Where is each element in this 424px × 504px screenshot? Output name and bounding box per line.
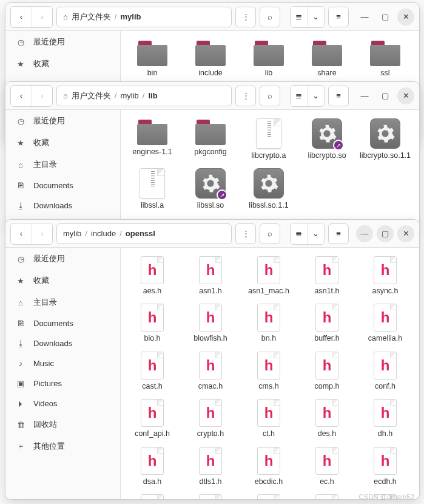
sidebar-item[interactable]: 🗑回收站 xyxy=(5,414,120,435)
file-item[interactable]: h xyxy=(181,492,240,499)
file-item[interactable]: share xyxy=(298,37,356,80)
file-item[interactable]: h xyxy=(356,492,414,499)
file-item[interactable]: hcmac.h xyxy=(181,349,240,393)
pathbar[interactable]: mylib / include / openssl xyxy=(56,223,232,244)
file-item[interactable]: h xyxy=(240,492,298,499)
minimize-button[interactable]: — xyxy=(356,225,373,242)
breadcrumb-segment[interactable]: mylib xyxy=(120,91,138,100)
file-item[interactable]: hdes.h xyxy=(298,397,356,440)
breadcrumb-segment[interactable]: include xyxy=(91,229,116,238)
file-item[interactable]: hebcdic.h xyxy=(240,444,298,488)
sidebar-item[interactable]: ＋其他位置 xyxy=(5,435,120,457)
file-item[interactable]: hcomp.h xyxy=(298,349,356,393)
file-item[interactable]: hasn1.h xyxy=(181,254,240,298)
forward-button[interactable]: › xyxy=(32,223,52,244)
file-item[interactable]: hcamellia.h xyxy=(356,301,414,345)
icon-view-button[interactable]: ≣ xyxy=(291,223,307,244)
pathbar[interactable]: ⌂ 用户文件夹 / mylib / lib xyxy=(56,86,232,106)
back-button[interactable]: ‹ xyxy=(11,223,32,244)
minimize-button[interactable]: — xyxy=(356,87,373,104)
file-item[interactable]: libssl.so.1.1 xyxy=(240,166,298,212)
file-item[interactable]: lib xyxy=(240,37,298,80)
file-item[interactable]: hcms.h xyxy=(240,349,298,393)
sidebar-item[interactable]: ⌂主目录 xyxy=(5,154,120,175)
search-button[interactable]: ⌕ xyxy=(260,223,280,244)
file-item[interactable]: include xyxy=(181,37,240,80)
file-item[interactable]: ↗libcrypto.so xyxy=(298,116,356,162)
search-button[interactable]: ⌕ xyxy=(260,7,280,27)
sidebar-item[interactable]: ◷最近使用 xyxy=(5,248,120,270)
file-item[interactable]: libcrypto.a xyxy=(240,116,298,162)
sidebar-item[interactable]: ⏵Videos xyxy=(5,393,120,414)
sidebar-item[interactable]: ◷最近使用 xyxy=(5,110,120,132)
file-item[interactable]: libcrypto.so.1.1 xyxy=(356,116,414,162)
file-item[interactable]: hbuffer.h xyxy=(298,301,356,345)
pathbar[interactable]: ⌂ 用户文件夹 / mylib xyxy=(56,7,232,27)
file-item[interactable]: hasn1t.h xyxy=(298,254,356,298)
file-item[interactable]: h xyxy=(123,492,181,499)
breadcrumb-segment[interactable]: 用户文件夹 xyxy=(72,90,111,101)
file-item[interactable]: engines-1.1 xyxy=(123,116,181,162)
back-button[interactable]: ‹ xyxy=(11,86,32,106)
file-item[interactable]: bin xyxy=(123,37,181,80)
back-button[interactable]: ‹ xyxy=(11,7,32,27)
maximize-button[interactable]: ▢ xyxy=(377,87,394,104)
maximize-button[interactable]: ▢ xyxy=(377,9,394,26)
file-item[interactable]: hconf_api.h xyxy=(123,397,181,440)
sidebar-item[interactable]: ◷最近使用 xyxy=(5,31,120,53)
file-item[interactable]: h xyxy=(298,492,356,499)
view-dropdown-button[interactable]: ⌄ xyxy=(307,86,324,106)
file-item[interactable]: ↗libssl.so xyxy=(181,166,240,212)
sidebar-item[interactable]: 🖹Documents xyxy=(5,175,120,196)
file-item[interactable]: hdsa.h xyxy=(123,444,181,488)
file-item[interactable]: hbn.h xyxy=(240,301,298,345)
sidebar-item[interactable]: ⭳Downloads xyxy=(5,333,120,353)
forward-button[interactable]: › xyxy=(32,7,52,27)
more-button[interactable]: ⋮ xyxy=(235,86,256,106)
file-item[interactable]: libssl.a xyxy=(123,166,181,212)
more-button[interactable]: ⋮ xyxy=(235,223,256,244)
breadcrumb-segment[interactable]: 用户文件夹 xyxy=(72,12,111,22)
icon-view-button[interactable]: ≣ xyxy=(291,7,307,27)
sidebar-item[interactable]: ▣Pictures xyxy=(5,373,120,393)
file-item[interactable]: hasync.h xyxy=(356,254,414,298)
menu-button[interactable]: ≡ xyxy=(328,7,349,27)
file-item[interactable]: hec.h xyxy=(298,444,356,488)
sidebar-item[interactable]: ★收藏 xyxy=(5,132,120,154)
file-item[interactable]: pkgconfig xyxy=(181,116,240,162)
view-dropdown-button[interactable]: ⌄ xyxy=(307,223,324,244)
file-item[interactable]: hdh.h xyxy=(356,397,414,440)
sidebar-item[interactable]: ♪Music xyxy=(5,353,120,373)
file-item[interactable]: hblowfish.h xyxy=(181,301,240,345)
forward-button[interactable]: › xyxy=(32,86,52,106)
breadcrumb-segment[interactable]: mylib xyxy=(120,12,141,21)
menu-button[interactable]: ≡ xyxy=(328,86,349,106)
file-item[interactable]: hbio.h xyxy=(123,301,181,345)
breadcrumb-segment[interactable]: lib xyxy=(148,91,157,100)
close-button[interactable]: ✕ xyxy=(397,9,414,26)
file-item[interactable]: ssl xyxy=(356,37,414,80)
sidebar-item[interactable]: ⭳Downloads xyxy=(5,196,120,216)
sidebar-item[interactable]: ★收藏 xyxy=(5,53,120,75)
file-item[interactable]: hct.h xyxy=(240,397,298,440)
search-button[interactable]: ⌕ xyxy=(260,86,280,106)
close-button[interactable]: ✕ xyxy=(397,225,414,242)
file-item[interactable]: hecdh.h xyxy=(356,444,414,488)
content-area[interactable]: haes.hhasn1.hhasn1_mac.hhasn1t.hhasync.h… xyxy=(121,248,419,499)
breadcrumb-segment[interactable]: openssl xyxy=(126,229,155,238)
file-item[interactable]: hconf.h xyxy=(356,349,414,393)
breadcrumb-segment[interactable]: mylib xyxy=(63,229,81,238)
icon-view-button[interactable]: ≣ xyxy=(291,86,307,106)
file-item[interactable]: hdtls1.h xyxy=(181,444,240,488)
file-item[interactable]: hcast.h xyxy=(123,349,181,393)
view-dropdown-button[interactable]: ⌄ xyxy=(307,7,324,27)
content-area[interactable]: engines-1.1pkgconfiglibcrypto.a↗libcrypt… xyxy=(121,110,419,226)
maximize-button[interactable]: ▢ xyxy=(377,225,394,242)
file-item[interactable]: hasn1_mac.h xyxy=(240,254,298,298)
sidebar-item[interactable]: ★收藏 xyxy=(5,270,120,291)
file-item[interactable]: haes.h xyxy=(123,254,181,298)
sidebar-item[interactable]: ⌂主目录 xyxy=(5,291,120,313)
more-button[interactable]: ⋮ xyxy=(235,7,256,27)
close-button[interactable]: ✕ xyxy=(397,87,414,104)
menu-button[interactable]: ≡ xyxy=(328,223,349,244)
